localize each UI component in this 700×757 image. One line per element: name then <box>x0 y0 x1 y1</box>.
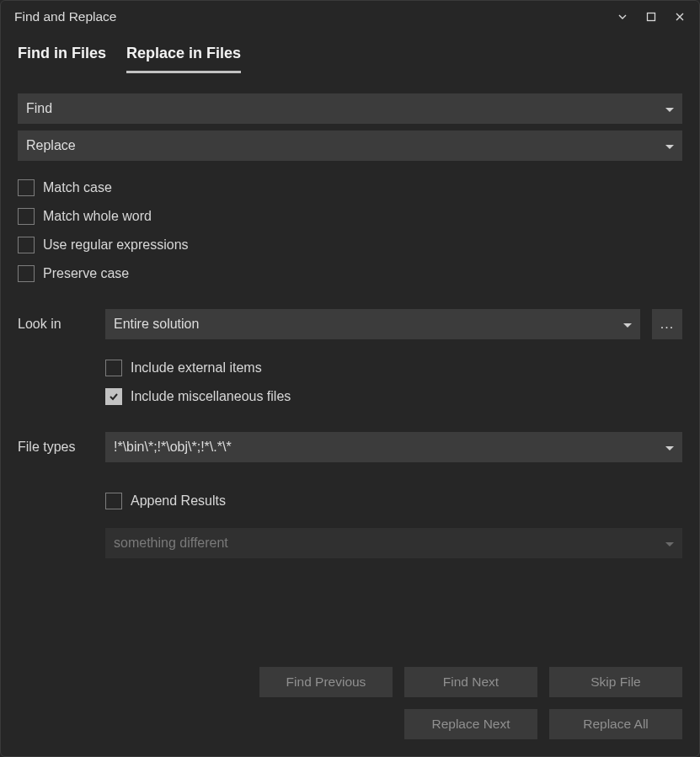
file-types-label: File types <box>18 440 94 455</box>
results-destination-value: something different <box>114 536 228 551</box>
find-previous-button[interactable]: Find Previous <box>259 667 393 697</box>
find-input[interactable]: Find <box>18 93 682 124</box>
find-input-text: Find <box>26 101 52 116</box>
preserve-case-label: Preserve case <box>43 266 129 281</box>
dropdown-caret-icon[interactable] <box>623 317 632 332</box>
use-regex-label: Use regular expressions <box>43 237 189 253</box>
replace-all-button[interactable]: Replace All <box>549 709 682 739</box>
preserve-case-checkbox[interactable] <box>18 265 35 282</box>
look-in-label: Look in <box>18 317 94 332</box>
action-buttons: Find Previous Find Next Skip File Replac… <box>259 667 682 739</box>
svg-rect-0 <box>648 13 655 21</box>
match-whole-word-label: Match whole word <box>43 209 152 224</box>
use-regex-row[interactable]: Use regular expressions <box>18 237 682 253</box>
find-next-button[interactable]: Find Next <box>404 667 537 697</box>
replace-input-text: Replace <box>26 138 76 153</box>
chevron-down-icon[interactable] <box>613 8 632 26</box>
maximize-icon[interactable] <box>642 8 660 26</box>
use-regex-checkbox[interactable] <box>18 237 35 253</box>
replace-input[interactable]: Replace <box>18 131 682 161</box>
titlebar: Find and Replace <box>1 1 699 33</box>
match-whole-word-row[interactable]: Match whole word <box>18 208 682 225</box>
match-case-row[interactable]: Match case <box>18 179 682 196</box>
dialog-content: Find Replace Match case Match whole word… <box>1 73 699 558</box>
look-in-options: Include external items Include miscellan… <box>105 360 682 405</box>
look-in-dropdown[interactable]: Entire solution <box>105 309 640 339</box>
append-results-checkbox[interactable] <box>105 493 122 509</box>
include-misc-row[interactable]: Include miscellaneous files <box>105 388 682 405</box>
dropdown-caret-icon[interactable] <box>665 101 674 116</box>
results-destination-dropdown: something different <box>105 528 682 558</box>
match-case-checkbox[interactable] <box>18 179 35 196</box>
search-options: Match case Match whole word Use regular … <box>18 179 682 282</box>
dropdown-caret-icon[interactable] <box>665 138 674 153</box>
skip-file-button[interactable]: Skip File <box>549 667 682 697</box>
preserve-case-row[interactable]: Preserve case <box>18 265 682 282</box>
results-block: Append Results something different <box>105 493 682 558</box>
window-controls <box>613 8 689 26</box>
append-results-row[interactable]: Append Results <box>105 493 682 509</box>
replace-next-button[interactable]: Replace Next <box>404 709 537 739</box>
dropdown-caret-icon[interactable] <box>665 440 674 455</box>
look-in-row: Look in Entire solution ... <box>18 309 682 339</box>
include-external-checkbox[interactable] <box>105 360 122 376</box>
match-whole-word-checkbox[interactable] <box>18 208 35 225</box>
tabs: Find in Files Replace in Files <box>1 33 699 73</box>
match-case-label: Match case <box>43 180 112 195</box>
include-external-label: Include external items <box>131 360 262 376</box>
tab-find-in-files[interactable]: Find in Files <box>18 41 106 73</box>
window-title: Find and Replace <box>14 9 117 24</box>
file-types-row: File types !*\bin\*;!*\obj\*;!*\.*\* <box>18 432 682 462</box>
tab-replace-in-files[interactable]: Replace in Files <box>126 41 241 73</box>
file-types-dropdown[interactable]: !*\bin\*;!*\obj\*;!*\.*\* <box>105 432 682 462</box>
close-icon[interactable] <box>671 8 689 26</box>
include-misc-label: Include miscellaneous files <box>131 389 291 404</box>
include-misc-checkbox[interactable] <box>105 388 122 405</box>
browse-button[interactable]: ... <box>652 309 682 339</box>
file-types-value: !*\bin\*;!*\obj\*;!*\.*\* <box>114 440 232 455</box>
include-external-row[interactable]: Include external items <box>105 360 682 376</box>
dropdown-caret-icon <box>665 536 674 551</box>
append-results-label: Append Results <box>131 493 226 509</box>
look-in-value: Entire solution <box>114 317 199 332</box>
